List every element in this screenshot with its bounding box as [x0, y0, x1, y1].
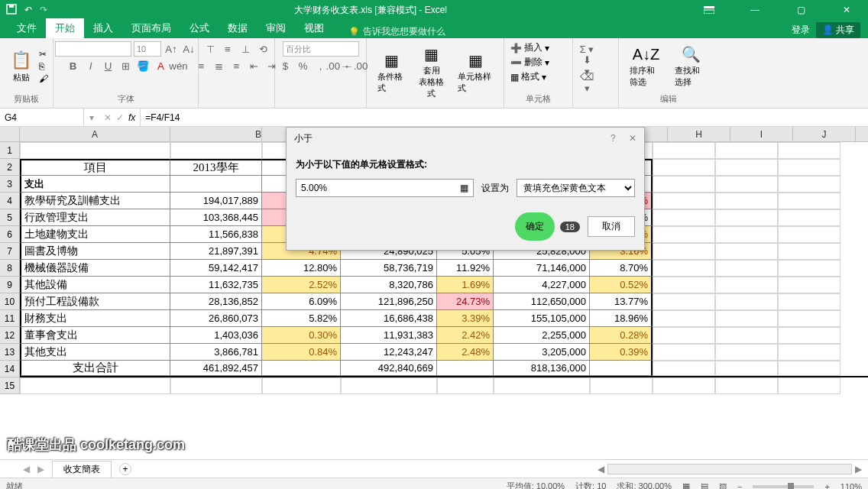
cell[interactable]: 24.73%: [437, 293, 494, 310]
align-left-icon[interactable]: ≡: [194, 58, 209, 73]
help-icon[interactable]: ?: [611, 133, 616, 144]
redo-icon[interactable]: ↷: [40, 5, 47, 15]
formula-input[interactable]: =F4/F14: [141, 112, 868, 123]
accept-formula-icon[interactable]: ✓: [116, 112, 124, 123]
dialog-close-icon[interactable]: ✕: [629, 133, 636, 144]
row-head[interactable]: 2: [0, 159, 20, 176]
find-select-button[interactable]: 🔍查找和选择: [670, 42, 712, 91]
font-color-button[interactable]: A: [154, 58, 169, 73]
cell[interactable]: 4,227,000: [494, 277, 590, 293]
cell[interactable]: 圖書及博物: [20, 243, 170, 260]
row-head[interactable]: 6: [0, 226, 20, 243]
sheet-prev-icon[interactable]: ◀: [23, 464, 30, 474]
cell[interactable]: 112,650,000: [494, 293, 590, 310]
format-select[interactable]: 黄填充色深黄色文本: [517, 179, 635, 197]
cancel-button[interactable]: 取消: [588, 216, 635, 237]
cell[interactable]: 18.96%: [590, 310, 653, 327]
table-format-button[interactable]: ▦套用 表格格式: [413, 42, 451, 102]
cell[interactable]: 2013學年: [170, 159, 262, 176]
hscroll-bar[interactable]: [607, 464, 852, 474]
zoom-in-icon[interactable]: +: [824, 482, 829, 490]
tab-formula[interactable]: 公式: [180, 18, 219, 38]
cell[interactable]: 58,736,719: [341, 260, 437, 277]
cell[interactable]: 11,566,838: [170, 226, 262, 243]
cell[interactable]: 12.80%: [262, 260, 341, 277]
tab-data[interactable]: 数据: [219, 18, 257, 38]
cell[interactable]: 818,136,000: [494, 361, 590, 376]
cell[interactable]: 0.28%: [590, 327, 653, 344]
insert-cells-button[interactable]: ➕插入 ▾: [510, 41, 549, 54]
col-head-b[interactable]: B: [170, 127, 262, 141]
italic-button[interactable]: I: [83, 58, 99, 73]
cell[interactable]: 0.39%: [590, 344, 653, 361]
row-head[interactable]: 10: [0, 293, 20, 310]
cond-format-button[interactable]: ▦条件格式: [373, 48, 410, 97]
row-head[interactable]: 13: [0, 344, 20, 361]
align-center-icon[interactable]: ≣: [212, 58, 227, 73]
clear-icon[interactable]: ⌫ ▾: [579, 75, 594, 90]
cell[interactable]: 26,860,073: [170, 310, 262, 327]
tab-home[interactable]: 开始: [46, 18, 84, 38]
row-head[interactable]: 5: [0, 209, 20, 226]
zoom-out-icon[interactable]: −: [737, 482, 742, 490]
font-size-select[interactable]: [134, 41, 161, 57]
currency-icon[interactable]: $: [278, 58, 293, 73]
cell[interactable]: 預付工程設備款: [20, 293, 170, 310]
view-normal-icon[interactable]: ▦: [682, 481, 690, 489]
cell[interactable]: 0.30%: [262, 327, 341, 344]
align-top-icon[interactable]: ⊤: [202, 41, 218, 57]
share-button[interactable]: 👤 共享: [816, 22, 860, 38]
underline-button[interactable]: U: [101, 58, 116, 73]
tab-layout[interactable]: 页面布局: [122, 18, 180, 38]
tell-me[interactable]: 💡 告诉我您想要做什么: [348, 25, 445, 38]
cell[interactable]: 2,255,000: [494, 327, 590, 344]
col-head-j[interactable]: J: [793, 127, 856, 141]
col-head-h[interactable]: H: [668, 127, 730, 141]
indent-dec-icon[interactable]: ⇤: [247, 58, 262, 73]
fill-color-button[interactable]: 🪣: [136, 58, 151, 73]
cell[interactable]: 194,017,889: [170, 193, 262, 209]
bold-button[interactable]: B: [66, 58, 81, 73]
cell-style-button[interactable]: ▦单元格样式: [453, 48, 497, 97]
tab-review[interactable]: 审阅: [257, 18, 295, 38]
maximize-icon[interactable]: ▢: [785, 2, 816, 18]
cell[interactable]: 5.82%: [262, 310, 341, 327]
row-head[interactable]: 8: [0, 260, 20, 277]
cut-icon[interactable]: ✂: [39, 49, 48, 60]
undo-icon[interactable]: ↶: [24, 5, 32, 15]
cell[interactable]: 0.52%: [590, 277, 653, 293]
add-sheet-icon[interactable]: +: [119, 463, 131, 475]
format-painter-icon[interactable]: 🖌: [39, 73, 48, 84]
cell[interactable]: 6.09%: [262, 293, 341, 310]
hscroll-left-icon[interactable]: ◀: [598, 464, 604, 474]
cell[interactable]: 2.52%: [262, 277, 341, 293]
number-format-select[interactable]: [283, 41, 359, 57]
login-link[interactable]: 登录: [792, 24, 810, 37]
cell[interactable]: 11.92%: [437, 260, 494, 277]
row-head[interactable]: 3: [0, 176, 20, 193]
zoom-slider[interactable]: [753, 485, 814, 488]
border-button[interactable]: ⊞: [118, 58, 134, 73]
cell[interactable]: 71,146,000: [494, 260, 590, 277]
cell[interactable]: 3.39%: [437, 310, 494, 327]
hscroll-right-icon[interactable]: ▶: [855, 464, 862, 474]
grow-font-icon[interactable]: A↑: [164, 41, 179, 57]
minimize-icon[interactable]: —: [740, 2, 770, 18]
percent-icon[interactable]: %: [296, 58, 311, 73]
cell[interactable]: 財務支出: [20, 310, 170, 327]
cell[interactable]: 11,632,735: [170, 277, 262, 293]
cell[interactable]: 155,105,000: [494, 310, 590, 327]
cell[interactable]: 3,205,000: [494, 344, 590, 361]
name-box[interactable]: G4: [0, 108, 84, 126]
select-all-corner[interactable]: [0, 127, 20, 141]
cell[interactable]: 項目: [20, 159, 170, 176]
font-name-select[interactable]: [55, 41, 131, 57]
row-head[interactable]: 11: [0, 310, 20, 327]
cell[interactable]: 土地建物支出: [20, 226, 170, 243]
cell[interactable]: 其他支出: [20, 344, 170, 361]
range-picker-icon[interactable]: ▦: [460, 183, 468, 193]
shrink-font-icon[interactable]: A↓: [181, 41, 196, 57]
view-layout-icon[interactable]: ▤: [701, 481, 708, 489]
col-head-i[interactable]: I: [730, 127, 793, 141]
tab-insert[interactable]: 插入: [84, 18, 122, 38]
